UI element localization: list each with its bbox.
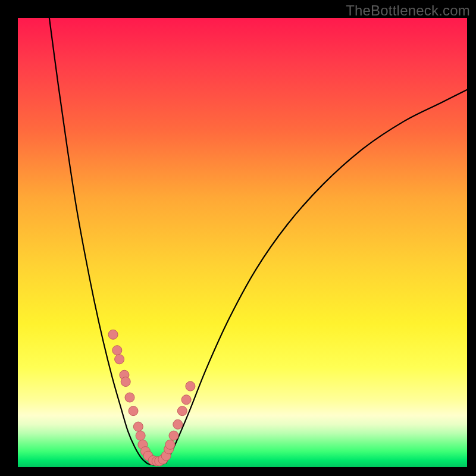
chart-dot: [186, 381, 195, 391]
curve-right-branch: [166, 90, 467, 463]
chart-dot: [133, 422, 143, 431]
chart-dot: [121, 377, 130, 387]
chart-dot: [108, 330, 118, 339]
chart-dot: [129, 406, 138, 416]
chart-dot: [136, 431, 145, 440]
chart-dot: [177, 406, 187, 416]
chart-dot: [181, 395, 191, 405]
chart-dot: [169, 431, 178, 440]
chart-dot: [115, 355, 124, 364]
chart-dot: [125, 393, 134, 402]
chart-dots: [108, 330, 195, 466]
watermark-text: TheBottleneck.com: [346, 2, 470, 19]
chart-svg: [18, 18, 467, 467]
chart-dot: [173, 419, 183, 429]
chart-plot-area: [18, 18, 467, 467]
chart-frame: TheBottleneck.com: [0, 0, 476, 476]
chart-dot: [165, 440, 175, 449]
chart-dot: [112, 346, 122, 355]
